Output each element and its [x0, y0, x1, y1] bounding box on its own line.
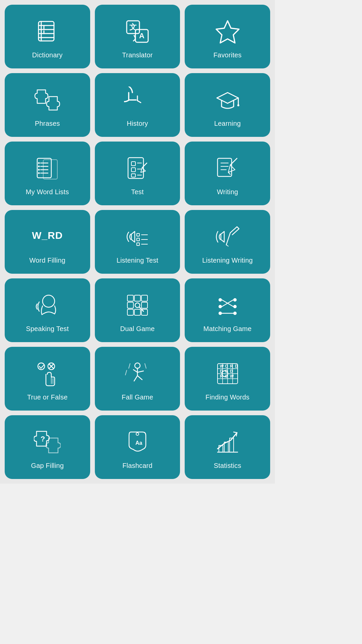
tile-dictionary[interactable]: Dictionary	[5, 5, 90, 68]
svg-text:D: D	[230, 369, 233, 374]
translator-icon: 文 A	[122, 16, 153, 47]
svg-point-71	[233, 298, 237, 302]
svg-point-83	[135, 363, 140, 368]
tile-true-or-false[interactable]: True or False	[5, 347, 90, 411]
svg-rect-58	[127, 295, 133, 301]
listening-writing-icon	[213, 222, 243, 252]
svg-rect-29	[131, 162, 135, 166]
svg-rect-33	[131, 174, 135, 177]
test-label: Test	[131, 188, 143, 196]
tile-listening-writing[interactable]: Listening Writing	[185, 210, 270, 274]
learning-label: Learning	[214, 120, 241, 127]
favorites-icon	[213, 16, 243, 47]
speaking-test-label: Speaking Test	[26, 325, 69, 333]
word-fill-text: W_RD	[32, 230, 63, 241]
svg-text:R: R	[230, 364, 233, 369]
tile-finding-words[interactable]: W O R D D O D R O W Finding Words	[185, 347, 270, 411]
svg-line-53	[226, 233, 230, 245]
tile-speaking-test[interactable]: Speaking Test	[5, 278, 90, 342]
svg-marker-51	[221, 231, 224, 242]
finding-words-label: Finding Words	[205, 393, 249, 401]
tile-matching-game[interactable]: Matching Game	[185, 278, 270, 342]
history-label: History	[127, 120, 148, 127]
tile-phrases[interactable]: Phrases	[5, 73, 90, 137]
svg-line-56	[226, 245, 228, 246]
svg-line-89	[129, 364, 130, 368]
statistics-icon	[213, 427, 243, 457]
tile-learning[interactable]: Learning	[185, 73, 270, 137]
svg-line-35	[142, 163, 147, 168]
tile-favorites[interactable]: Favorites	[185, 5, 270, 68]
svg-text:A: A	[139, 32, 144, 40]
phrases-label: Phrases	[35, 120, 60, 127]
tile-statistics[interactable]: Statistics	[185, 415, 270, 479]
svg-line-90	[125, 370, 127, 375]
svg-line-86	[137, 371, 143, 372]
svg-point-70	[219, 312, 222, 315]
svg-point-73	[233, 312, 237, 315]
svg-point-72	[233, 305, 237, 308]
app-grid: Dictionary 文 A Translator Favorites	[0, 0, 275, 484]
svg-rect-18	[37, 158, 51, 178]
word-filling-icon: W_RD	[32, 222, 62, 252]
svg-point-26	[38, 172, 40, 174]
phrases-icon	[32, 85, 62, 115]
tile-translator[interactable]: 文 A Translator	[95, 5, 180, 68]
svg-point-23	[38, 162, 40, 164]
svg-rect-60	[141, 295, 147, 301]
svg-point-111	[136, 433, 139, 435]
svg-text:W: W	[230, 374, 234, 379]
tile-writing[interactable]: Writing	[185, 142, 270, 205]
svg-marker-12	[216, 21, 239, 43]
svg-line-88	[137, 376, 142, 380]
tile-my-word-lists[interactable]: My Word Lists	[5, 142, 90, 205]
fall-game-icon	[122, 359, 153, 389]
tile-dual-game[interactable]: Dual Game	[95, 278, 180, 342]
svg-point-25	[38, 169, 40, 170]
my-word-lists-icon	[32, 153, 62, 183]
dual-game-label: Dual Game	[120, 325, 155, 333]
translator-label: Translator	[122, 51, 153, 59]
listening-test-label: Listening Test	[117, 257, 159, 264]
fall-game-label: Fall Game	[122, 393, 153, 401]
svg-marker-15	[217, 93, 238, 103]
dictionary-icon	[32, 16, 62, 47]
learning-icon	[213, 85, 243, 115]
flashcard-label: Flashcard	[122, 462, 153, 470]
history-icon	[122, 85, 153, 115]
svg-point-68	[219, 298, 222, 302]
svg-text:?: ?	[41, 435, 45, 443]
svg-line-14	[137, 101, 141, 103]
matching-game-icon	[213, 290, 243, 320]
svg-line-54	[237, 227, 239, 229]
svg-rect-64	[127, 309, 133, 315]
tile-test[interactable]: Test	[95, 142, 180, 205]
svg-line-87	[134, 376, 137, 381]
listening-writing-label: Listening Writing	[202, 257, 253, 264]
svg-marker-44	[131, 231, 135, 242]
svg-text:Aa: Aa	[135, 440, 142, 446]
svg-line-91	[145, 364, 146, 368]
tile-history[interactable]: History	[95, 73, 180, 137]
svg-text:D: D	[235, 364, 238, 369]
tile-listening-test[interactable]: Listening Test	[95, 210, 180, 274]
gap-filling-label: Gap Filling	[31, 462, 64, 470]
svg-rect-31	[131, 168, 135, 172]
tile-gap-filling[interactable]: ? Gap Filling	[5, 415, 90, 479]
dual-game-icon	[122, 290, 153, 320]
tile-flashcard[interactable]: Aa Flashcard	[95, 415, 180, 479]
tile-word-filling[interactable]: W_RD Word Filling	[5, 210, 90, 274]
dictionary-label: Dictionary	[32, 51, 63, 59]
svg-rect-65	[134, 309, 140, 315]
svg-point-62	[135, 303, 140, 308]
svg-rect-47	[137, 238, 139, 241]
listening-test-icon	[122, 222, 153, 252]
finding-words-icon: W O R D D O D R O W	[213, 359, 243, 389]
svg-rect-63	[141, 302, 147, 308]
svg-point-69	[219, 305, 222, 308]
true-or-false-icon	[32, 359, 62, 389]
svg-point-24	[38, 165, 40, 167]
tile-fall-game[interactable]: Fall Game	[95, 347, 180, 411]
writing-icon	[213, 153, 243, 183]
favorites-label: Favorites	[214, 51, 242, 59]
